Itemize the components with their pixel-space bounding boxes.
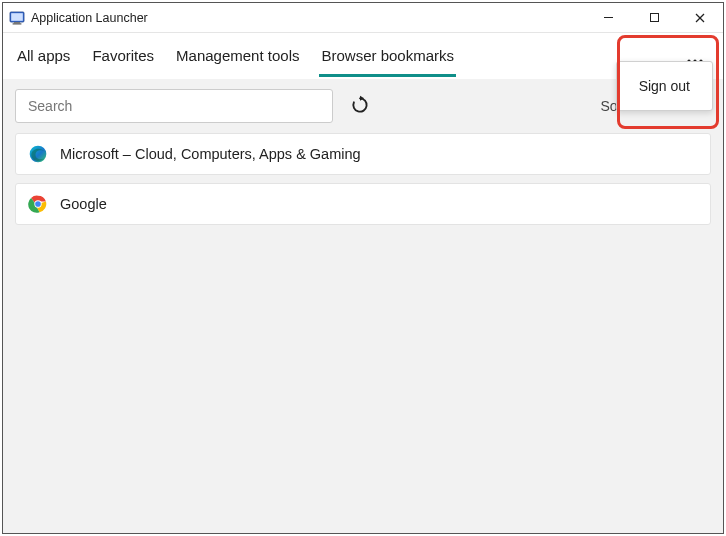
chrome-icon	[28, 194, 48, 214]
maximize-button[interactable]	[631, 3, 677, 32]
titlebar: Application Launcher	[3, 3, 723, 33]
tab-favorites[interactable]: Favorites	[90, 41, 156, 77]
tab-management-tools[interactable]: Management tools	[174, 41, 301, 77]
bookmark-label: Microsoft – Cloud, Computers, Apps & Gam…	[60, 146, 361, 162]
svg-rect-3	[13, 23, 22, 24]
window-title: Application Launcher	[31, 11, 148, 25]
svg-rect-1	[11, 13, 23, 21]
minimize-button[interactable]	[585, 3, 631, 32]
tab-browser-bookmarks[interactable]: Browser bookmarks	[319, 41, 456, 77]
svg-rect-2	[14, 22, 20, 23]
app-window: Application Launcher All apps Favorites …	[2, 2, 724, 534]
more-menu-popup: Sign out	[616, 61, 713, 111]
bookmark-list: Microsoft – Cloud, Computers, Apps & Gam…	[3, 133, 723, 533]
window-controls	[585, 3, 723, 32]
svg-rect-5	[650, 14, 658, 22]
refresh-button[interactable]	[347, 93, 373, 119]
bookmark-item[interactable]: Microsoft – Cloud, Computers, Apps & Gam…	[15, 133, 711, 175]
edge-icon	[28, 144, 48, 164]
bookmark-label: Google	[60, 196, 107, 212]
bookmark-item[interactable]: Google	[15, 183, 711, 225]
svg-point-14	[35, 201, 41, 207]
sign-out-menu-item[interactable]: Sign out	[617, 66, 712, 106]
close-button[interactable]	[677, 3, 723, 32]
app-icon	[9, 10, 25, 26]
tab-all-apps[interactable]: All apps	[15, 41, 72, 77]
search-input[interactable]	[15, 89, 333, 123]
refresh-icon	[350, 95, 370, 118]
